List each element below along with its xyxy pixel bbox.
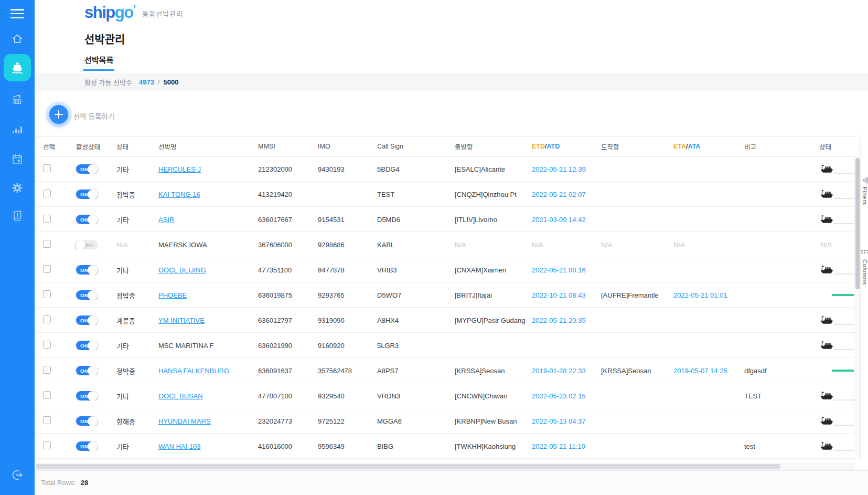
- header-name[interactable]: 선박명: [152, 142, 251, 152]
- add-vessel-button[interactable]: [49, 105, 68, 124]
- sidebar-item-schedule[interactable]: [0, 153, 35, 165]
- row-checkbox[interactable]: [43, 290, 51, 298]
- cell-etd: 2022-05-21 02:07: [525, 191, 594, 198]
- toggle-state-label: ON: [80, 368, 88, 374]
- active-toggle[interactable]: ON: [76, 164, 97, 174]
- mmsi-value: 212302000: [258, 165, 292, 173]
- filters-panel-button[interactable]: Filters: [861, 177, 868, 205]
- cell-name: MSC MARITINA F: [152, 342, 251, 350]
- callsign-value: TEST: [377, 191, 394, 198]
- cell-etd: 2022-05-21 00:16: [525, 266, 594, 274]
- row-checkbox[interactable]: [43, 265, 51, 273]
- etd-value: N/A: [532, 241, 543, 249]
- active-toggle[interactable]: ON: [76, 441, 97, 451]
- sidebar-item-statistics[interactable]: [0, 122, 35, 135]
- columns-panel-label: Columns: [862, 259, 868, 285]
- vertical-scrollbar[interactable]: [854, 156, 861, 459]
- active-toggle[interactable]: ON: [76, 416, 97, 426]
- vessel-name-link[interactable]: HYUNDAI MARS: [158, 417, 211, 425]
- sidebar-item-terminal[interactable]: [0, 93, 35, 106]
- active-toggle[interactable]: ON: [76, 341, 97, 350]
- ship-status-icon: [820, 265, 833, 274]
- etd-value: 2022-05-13 04:37: [532, 417, 586, 425]
- toggle-knob: [88, 416, 98, 426]
- vessel-name-link[interactable]: HANSA FALKENBURG: [158, 367, 229, 375]
- vessel-name-link[interactable]: YM INITIATIVE: [158, 317, 205, 324]
- voyage-track-line: [834, 173, 855, 174]
- row-checkbox[interactable]: [43, 341, 51, 349]
- etd-value: 2021-03-09 14:42: [532, 216, 586, 224]
- header-remark[interactable]: 비고: [737, 142, 812, 152]
- row-checkbox[interactable]: [43, 240, 51, 248]
- table-row: ON계류중YM INITIATIVE6360127979319090A8HX4[…: [36, 308, 855, 333]
- table-row: ON기타MSC MARITINA F63602199091609205LGR3: [36, 333, 855, 358]
- eta-value: 2019-05-07 14:25: [673, 367, 727, 375]
- row-checkbox[interactable]: [43, 391, 51, 399]
- cell-imo: 9596349: [311, 443, 370, 450]
- vessel-name-link[interactable]: WAN HAI 103: [158, 443, 200, 450]
- cell-mmsi: 636091637: [251, 367, 311, 375]
- cell-departure-port: N/A: [448, 241, 525, 249]
- active-toggle[interactable]: ON: [76, 215, 97, 224]
- active-toggle[interactable]: ON: [76, 265, 97, 275]
- horizontal-scrollbar[interactable]: [36, 463, 855, 470]
- cell-departure-port: [CNCWN]Chiwan: [448, 392, 525, 400]
- header-arrival-port[interactable]: 도착항: [594, 142, 667, 152]
- header-status[interactable]: 상태: [110, 142, 152, 152]
- active-toggle[interactable]: ON: [76, 315, 97, 325]
- header-etd-atd[interactable]: ETD/ATD: [525, 143, 594, 150]
- row-checkbox[interactable]: [43, 441, 51, 449]
- vessel-name-link[interactable]: KAI TONG 16: [158, 191, 200, 198]
- stats-bar: 활성 가능 선박수 4973 / 5000: [35, 73, 868, 91]
- logout-button[interactable]: [0, 468, 35, 482]
- header-mmsi[interactable]: MMSI: [251, 143, 311, 150]
- header-eta-ata[interactable]: ETA/ATA: [667, 143, 737, 150]
- active-toggle[interactable]: OFF: [76, 240, 97, 249]
- cell-etd: 2022-10-21 08:43: [525, 291, 594, 299]
- header-active[interactable]: 활성상태: [69, 142, 110, 152]
- header-select[interactable]: 선택: [36, 142, 69, 152]
- row-checkbox[interactable]: [43, 366, 51, 374]
- sidebar-item-vessels[interactable]: [4, 54, 31, 81]
- menu-toggle-button[interactable]: [10, 9, 24, 19]
- row-checkbox[interactable]: [43, 416, 51, 424]
- vertical-scrollbar-thumb[interactable]: [855, 158, 860, 289]
- active-toggle[interactable]: ON: [76, 189, 97, 199]
- vessel-name-link[interactable]: OOCL BEIJING: [158, 266, 206, 274]
- active-toggle[interactable]: ON: [76, 366, 97, 375]
- logo-subtitle: 통합선박관리: [142, 8, 183, 18]
- vessel-name-link[interactable]: PHOEBE: [158, 291, 187, 299]
- table-footer: Total Rows: 28: [35, 470, 868, 495]
- filters-panel-label: Filters: [862, 187, 868, 205]
- toggle-state-label: ON: [80, 343, 88, 349]
- row-checkbox[interactable]: [43, 315, 51, 323]
- header-voyage-status[interactable]: 상태: [812, 142, 855, 152]
- row-checkbox[interactable]: [43, 215, 51, 223]
- cell-mmsi: 477351100: [251, 266, 311, 274]
- etd-value: 2022-05-21 00:16: [532, 266, 586, 274]
- vessel-name-link[interactable]: ASIR: [158, 216, 174, 224]
- vessel-name-link[interactable]: HERCULES J: [158, 165, 201, 173]
- active-toggle[interactable]: ON: [76, 290, 97, 300]
- tab-vessel-list[interactable]: 선박목록: [84, 54, 113, 65]
- toggle-knob: [88, 341, 98, 350]
- cell-status: 정박중: [110, 290, 152, 300]
- header-imo[interactable]: IMO: [311, 143, 370, 150]
- vessel-name-link[interactable]: OOCL BUSAN: [158, 392, 203, 400]
- toggle-knob: [88, 391, 98, 401]
- cell-name: KAI TONG 16: [152, 191, 251, 198]
- active-toggle[interactable]: ON: [76, 391, 97, 401]
- row-checkbox[interactable]: [43, 164, 51, 172]
- active-vessel-count: 4973: [139, 78, 154, 86]
- sidebar-item-home[interactable]: [0, 33, 35, 45]
- header-callsign[interactable]: Call Sign: [370, 143, 448, 150]
- columns-panel-button[interactable]: Columns: [861, 248, 868, 285]
- cell-arrival-port: [KRSSA]Seosan: [594, 367, 667, 375]
- horizontal-scrollbar-thumb[interactable]: [36, 464, 780, 469]
- cell-mmsi: 636012797: [251, 317, 311, 324]
- cell-departure-port: [CNQZH]Qinzhou Pt: [448, 191, 525, 198]
- sidebar-item-manual[interactable]: [0, 209, 35, 222]
- sidebar-item-settings[interactable]: [0, 182, 35, 194]
- header-departure-port[interactable]: 출발항: [448, 142, 525, 152]
- row-checkbox[interactable]: [43, 189, 51, 197]
